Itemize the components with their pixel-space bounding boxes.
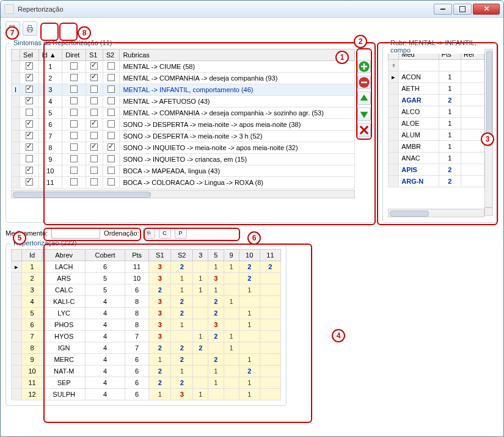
- rubric-row[interactable]: APIS2: [389, 164, 484, 176]
- col-sel[interactable]: Sel: [20, 49, 38, 61]
- diret-checkbox[interactable]: [70, 109, 78, 116]
- s1-checkbox[interactable]: [90, 155, 98, 162]
- s2-checkbox[interactable]: [108, 167, 115, 174]
- s1-checkbox[interactable]: [90, 178, 98, 186]
- minimize-button[interactable]: [434, 4, 452, 15]
- symptom-row[interactable]: 2 MENTAL -> COMPANHIA -> deseja companhi…: [12, 73, 355, 84]
- symptom-row[interactable]: 10 BOCA -> MAPEADA, lingua (43): [12, 165, 355, 177]
- results-col[interactable]: S2: [171, 250, 193, 261]
- sort-btn-2[interactable]: C: [159, 228, 171, 239]
- sort-btn-3[interactable]: P: [175, 228, 187, 239]
- s2-checkbox[interactable]: [108, 143, 115, 151]
- symptom-row[interactable]: 11 BOCA -> COLORACAO -> Lingua -> ROXA (…: [12, 177, 355, 189]
- results-col[interactable]: Abrev: [43, 250, 86, 261]
- s2-checkbox[interactable]: [108, 178, 115, 186]
- rubric-row[interactable]: ANAC1: [389, 153, 484, 164]
- rubric-table[interactable]: Med Pts Ref ♀ ▸ACON1AETH1AG: [388, 49, 484, 187]
- s1-checkbox[interactable]: [90, 85, 98, 93]
- symptom-row[interactable]: 8 SONO -> INQUIETO -> meia-noite -> apos…: [12, 142, 355, 154]
- results-row[interactable]: 12SULPH461311: [12, 389, 281, 400]
- symptom-row[interactable]: 1 MENTAL -> CIUME (58): [12, 61, 355, 73]
- diret-checkbox[interactable]: [70, 120, 78, 128]
- symptom-row[interactable]: 6 SONO -> DESPERTA -> meia-noite -> apos…: [12, 119, 355, 131]
- results-col[interactable]: Id: [22, 250, 43, 261]
- rubric-row[interactable]: AGAR2: [389, 95, 484, 106]
- diret-checkbox[interactable]: [70, 178, 78, 186]
- diret-checkbox[interactable]: [70, 97, 78, 104]
- close-button[interactable]: [473, 4, 500, 15]
- symptoms-table[interactable]: Sel Id ▲ Diret S1 S2 Rubricas 1 MENTAL -…: [11, 49, 355, 189]
- col-s1[interactable]: S1: [86, 49, 103, 61]
- sel-checkbox[interactable]: [26, 143, 33, 151]
- results-col[interactable]: 9: [224, 250, 239, 261]
- s1-checkbox[interactable]: [90, 143, 98, 151]
- s2-checkbox[interactable]: [108, 132, 115, 139]
- diret-checkbox[interactable]: [70, 85, 78, 93]
- s2-checkbox[interactable]: [108, 85, 115, 93]
- results-col[interactable]: 5: [208, 250, 224, 261]
- filter-med[interactable]: [399, 60, 439, 71]
- symptom-row[interactable]: 9 SONO -> INQUIETO -> criancas, em (15): [12, 154, 355, 165]
- s1-checkbox[interactable]: [90, 167, 98, 174]
- move-down-button[interactable]: [357, 107, 371, 121]
- results-row[interactable]: 11SEP462211: [12, 377, 281, 389]
- s1-checkbox[interactable]: [90, 74, 98, 81]
- s1-checkbox[interactable]: [90, 109, 98, 116]
- symptom-row[interactable]: 4 MENTAL -> AFETUOSO (43): [12, 96, 355, 107]
- filter-pts[interactable]: [439, 60, 461, 71]
- sel-checkbox[interactable]: [26, 62, 33, 70]
- filter-ref[interactable]: [461, 60, 484, 71]
- s2-checkbox[interactable]: [108, 109, 115, 116]
- col-id[interactable]: Id ▲: [38, 49, 62, 61]
- s2-checkbox[interactable]: [108, 62, 115, 70]
- results-row[interactable]: ▸1LACH611321122: [12, 261, 281, 273]
- rubric-row[interactable]: ALUM1: [389, 129, 484, 141]
- results-table[interactable]: IdAbrevCobertPtsS1S23591011 ▸1LACH611321…: [11, 249, 281, 400]
- results-row[interactable]: 9MERC461221: [12, 354, 281, 366]
- s1-checkbox[interactable]: [90, 97, 98, 104]
- diret-checkbox[interactable]: [70, 155, 78, 162]
- s1-checkbox[interactable]: [90, 120, 98, 128]
- sel-checkbox[interactable]: [26, 74, 33, 81]
- print-button[interactable]: [23, 21, 37, 36]
- rubric-row[interactable]: ALOE1: [389, 118, 484, 129]
- results-row[interactable]: 3CALC5621111: [12, 284, 281, 296]
- results-col[interactable]: 10: [239, 250, 260, 261]
- results-row[interactable]: 8IGN472221: [12, 342, 281, 354]
- results-row[interactable]: 5LYC483221: [12, 308, 281, 319]
- results-row[interactable]: 4KALI-C483221: [12, 296, 281, 308]
- symptom-row[interactable]: 5 MENTAL -> COMPANHIA -> deseja companhi…: [12, 107, 355, 119]
- results-row[interactable]: 10NAT-M462112: [12, 366, 281, 377]
- delete-button[interactable]: [357, 123, 371, 137]
- diret-checkbox[interactable]: [70, 143, 78, 151]
- sort-btn-1[interactable]: ⎘: [143, 228, 155, 239]
- col-diret[interactable]: Diret: [62, 49, 86, 61]
- symptom-row[interactable]: I 3 MENTAL -> INFANTIL, comportamento (4…: [12, 84, 355, 96]
- results-col[interactable]: Cobert: [86, 250, 125, 261]
- medicamento-input[interactable]: [51, 228, 100, 239]
- results-col[interactable]: S1: [149, 250, 171, 261]
- results-row[interactable]: 6PHOS483131: [12, 319, 281, 331]
- s2-checkbox[interactable]: [108, 120, 115, 128]
- remove-button[interactable]: [357, 76, 371, 89]
- s1-checkbox[interactable]: [90, 62, 98, 70]
- sel-checkbox[interactable]: [26, 155, 33, 162]
- rubric-row[interactable]: ▸ACON1: [389, 71, 484, 83]
- sel-checkbox[interactable]: [26, 132, 33, 139]
- s1-checkbox[interactable]: [90, 132, 98, 139]
- col-s2[interactable]: S2: [103, 49, 120, 61]
- s2-checkbox[interactable]: [108, 74, 115, 81]
- results-col[interactable]: [12, 250, 22, 261]
- rubric-row[interactable]: AMBR1: [389, 141, 484, 153]
- s2-checkbox[interactable]: [108, 97, 115, 104]
- results-col[interactable]: Pts: [125, 250, 149, 261]
- sel-checkbox[interactable]: [26, 178, 33, 186]
- maximize-button[interactable]: [453, 4, 472, 15]
- sel-checkbox[interactable]: [26, 85, 33, 93]
- diret-checkbox[interactable]: [70, 132, 78, 139]
- results-row[interactable]: 2ARS51031132: [12, 273, 281, 284]
- rubric-vscroll[interactable]: [484, 49, 493, 208]
- diret-checkbox[interactable]: [70, 74, 78, 81]
- sel-checkbox[interactable]: [26, 97, 33, 104]
- results-col[interactable]: 3: [193, 250, 208, 261]
